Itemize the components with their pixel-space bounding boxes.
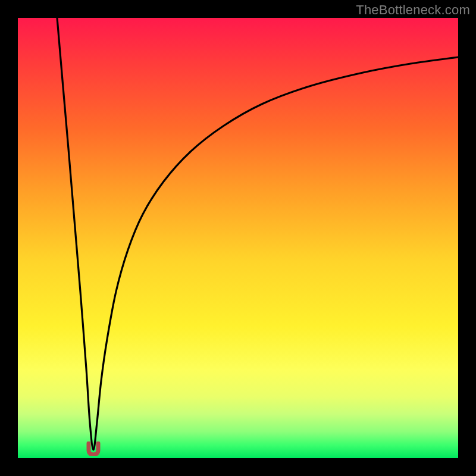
bottleneck-curve [18,18,458,458]
minimum-marker [86,441,101,456]
watermark-text: TheBottleneck.com [356,2,470,18]
chart-frame: TheBottleneck.com [0,0,476,476]
plot-area [18,18,458,458]
